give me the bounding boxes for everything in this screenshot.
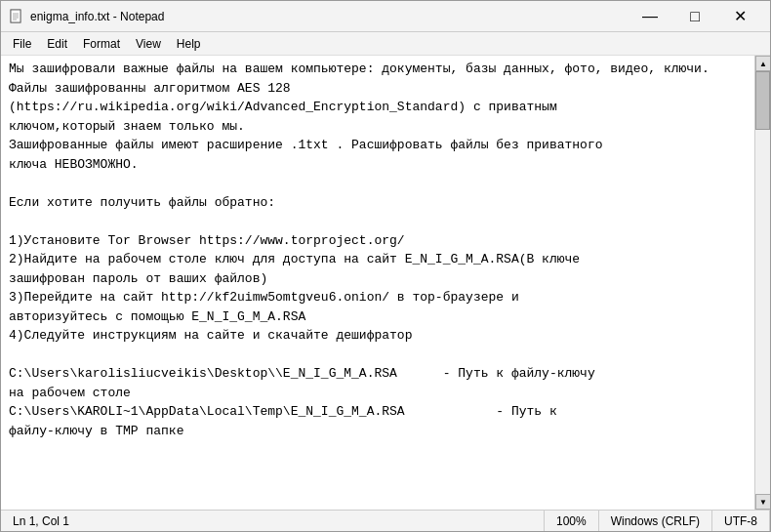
notepad-window: enigma_info.txt - Notepad — □ ✕ File Edi… [0,0,771,532]
minimize-button[interactable]: — [628,1,672,32]
menu-bar: File Edit Format View Help [1,32,770,56]
scroll-down-button[interactable]: ▼ [755,494,770,510]
content-area: Мы зашифровали важные файлы на вашем ком… [1,56,770,510]
menu-edit[interactable]: Edit [39,35,75,53]
title-bar: enigma_info.txt - Notepad — □ ✕ [1,1,770,32]
menu-view[interactable]: View [128,35,169,53]
menu-help[interactable]: Help [169,35,209,53]
scroll-up-button[interactable]: ▲ [755,56,770,71]
menu-file[interactable]: File [5,35,39,53]
menu-format[interactable]: Format [75,35,128,53]
vertical-scrollbar[interactable]: ▲ ▼ [754,56,770,510]
close-button[interactable]: ✕ [717,1,762,32]
window-controls: — □ ✕ [628,1,762,32]
maximize-button[interactable]: □ [672,1,717,32]
window-icon [9,9,24,24]
status-bar: Ln 1, Col 1 100% Windows (CRLF) UTF-8 [1,510,770,531]
cursor-position: Ln 1, Col 1 [1,511,545,531]
scroll-thumb[interactable] [755,71,770,130]
scroll-track[interactable] [755,71,770,494]
encoding: UTF-8 [712,511,770,531]
window-title: enigma_info.txt - Notepad [30,10,628,23]
zoom-level: 100% [545,511,599,531]
line-ending: Windows (CRLF) [599,511,712,531]
text-editor[interactable]: Мы зашифровали важные файлы на вашем ком… [1,56,754,510]
